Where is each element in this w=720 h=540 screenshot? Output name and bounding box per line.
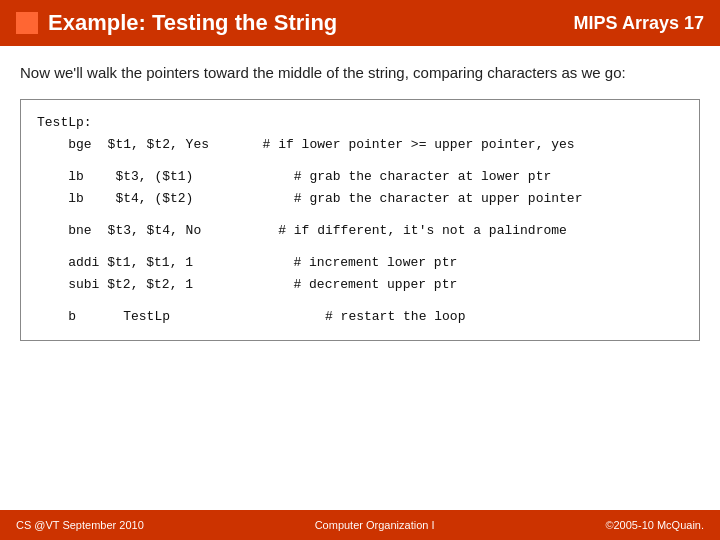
code-comment-bne: # if different, it's not a palindrome	[247, 220, 567, 242]
code-comment-lb1: # grab the character at lower ptr	[247, 166, 551, 188]
code-line-subi: subi $t2, $t2, 1 # decrement upper ptr	[37, 274, 683, 296]
code-block: TestLp: bge $t1, $t2, Yes # if lower poi…	[20, 99, 700, 342]
code-args-bne: $t3, $t4, No	[92, 220, 247, 242]
slide-content: Now we'll walk the pointers toward the m…	[0, 46, 720, 357]
code-indent-b: b	[37, 306, 92, 328]
code-comment-b: # restart the loop	[247, 306, 465, 328]
header: Example: Testing the String MIPS Arrays …	[0, 0, 720, 46]
code-line-testlp: TestLp:	[37, 112, 683, 134]
code-indent-addi: addi	[37, 252, 99, 274]
header-left: Example: Testing the String	[16, 10, 337, 36]
code-indent-subi: subi	[37, 274, 99, 296]
footer-left: CS @VT September 2010	[16, 519, 144, 531]
code-label: TestLp:	[37, 112, 92, 134]
slide: Example: Testing the String MIPS Arrays …	[0, 0, 720, 540]
code-line-lb2: lb $t4, ($t2) # grab the character at up…	[37, 188, 683, 210]
code-line-bne: bne $t3, $t4, No # if different, it's no…	[37, 220, 683, 242]
code-args-lb1: $t3, ($t1)	[92, 166, 247, 188]
code-line-addi: addi $t1, $t1, 1 # increment lower ptr	[37, 252, 683, 274]
intro-text: Now we'll walk the pointers toward the m…	[20, 62, 700, 85]
red-square-icon	[16, 12, 38, 34]
code-args-lb2: $t4, ($t2)	[92, 188, 247, 210]
code-indent-lb2: lb	[37, 188, 92, 210]
code-line-lb1: lb $t3, ($t1) # grab the character at lo…	[37, 166, 683, 188]
code-comment-subi: # decrement upper ptr	[254, 274, 457, 296]
code-indent-lb1: lb	[37, 166, 92, 188]
code-args-subi: $t2, $t2, 1	[99, 274, 254, 296]
slide-title: Example: Testing the String	[48, 10, 337, 36]
code-args-b: TestLp	[92, 306, 247, 328]
code-line-b: b TestLp # restart the loop	[37, 306, 683, 328]
slide-subtitle: MIPS Arrays 17	[574, 13, 704, 34]
code-line-bge: bge $t1, $t2, Yes # if lower pointer >= …	[37, 134, 683, 156]
code-comment-bge: # if lower pointer >= upper pointer, yes	[247, 134, 575, 156]
code-comment-addi: # increment lower ptr	[254, 252, 457, 274]
code-indent: bge	[37, 134, 92, 156]
footer: CS @VT September 2010 Computer Organizat…	[0, 510, 720, 540]
code-args-bge: $t1, $t2, Yes	[92, 134, 247, 156]
footer-center: Computer Organization I	[315, 519, 435, 531]
code-comment-lb2: # grab the character at upper pointer	[247, 188, 582, 210]
code-args-addi: $t1, $t1, 1	[99, 252, 254, 274]
code-indent-bne: bne	[37, 220, 92, 242]
footer-right: ©2005-10 McQuain.	[605, 519, 704, 531]
